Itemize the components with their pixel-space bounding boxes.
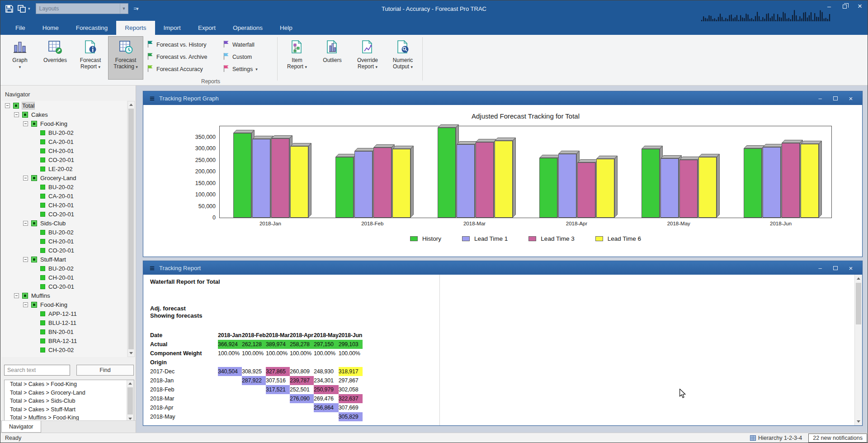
tree-item-ch-20-02[interactable]: CH-20-02: [1, 345, 127, 354]
notifications-badge[interactable]: 22 new notifications: [808, 433, 867, 443]
tab-export[interactable]: Export: [189, 21, 224, 35]
tree-item-food-king[interactable]: Food-King: [1, 300, 127, 309]
overrides-icon: [47, 39, 63, 55]
tree-item-co-20-01[interactable]: CO-20-01: [1, 210, 127, 219]
scrollbar-thumb[interactable]: [856, 283, 861, 324]
ribbon-item-custom[interactable]: Custom: [223, 51, 274, 63]
ribbon-button-graph[interactable]: Graph▾: [2, 36, 38, 80]
hierarchy-path-item[interactable]: Total > Cakes > Sids-Club: [5, 397, 134, 405]
find-button[interactable]: Find: [76, 365, 134, 376]
tree-item-grocery-land[interactable]: Grocery-Land: [1, 173, 127, 182]
tab-forecasting[interactable]: Forecasting: [67, 21, 117, 35]
ribbon-button-numeric-output[interactable]: NumericOutput ▾: [385, 36, 420, 80]
ribbon-item-settings[interactable]: Settings ▾: [223, 63, 274, 75]
tree-item-ch-20-01[interactable]: CH-20-01: [1, 200, 127, 210]
tree-collapse-icon[interactable]: [23, 221, 28, 226]
tree-item-muffins[interactable]: Muffins: [1, 291, 127, 300]
tree-item-co-20-01[interactable]: CO-20-01: [1, 155, 127, 164]
ribbon-button-forecast-tracking[interactable]: ForecastTracking ▾: [108, 36, 143, 80]
ribbon-button-override-report[interactable]: OverrideReport ▾: [350, 36, 385, 80]
scrollbar-thumb[interactable]: [127, 387, 133, 414]
tree-collapse-icon[interactable]: [23, 176, 28, 181]
tab-operations[interactable]: Operations: [224, 21, 271, 35]
hierarchy-path-item[interactable]: Total > Cakes > Grocery-Land: [5, 389, 134, 397]
tab-home[interactable]: Home: [34, 21, 67, 35]
search-input[interactable]: [4, 365, 70, 376]
tree-collapse-icon[interactable]: [23, 302, 28, 307]
window-titlebar[interactable]: ≡ Tracking Report Graph – ×: [143, 91, 862, 105]
ribbon-item-waterfall[interactable]: Waterfall: [223, 38, 274, 51]
scrollbar-thumb[interactable]: [128, 109, 134, 349]
tree-item-sids-club[interactable]: Sids-Club: [1, 219, 127, 228]
minimize-button[interactable]: –: [817, 95, 823, 102]
close-button[interactable]: ×: [848, 95, 854, 102]
close-button[interactable]: ×: [856, 2, 864, 10]
tree-item-co-20-01[interactable]: CO-20-01: [1, 246, 127, 255]
tree-item-ca-20-01[interactable]: CA-20-01: [1, 137, 127, 146]
tree-collapse-icon[interactable]: [14, 293, 19, 298]
scroll-up-icon[interactable]: [127, 380, 133, 387]
tree-item-ch-20-01[interactable]: CH-20-01: [1, 237, 127, 246]
tab-file[interactable]: File: [7, 21, 34, 35]
ribbon-button-overrides[interactable]: Overrides: [38, 36, 73, 80]
x-axis-tick-label: 2018-Jun: [730, 221, 832, 226]
tree-collapse-icon[interactable]: [23, 257, 28, 262]
tree-item-ch-20-01[interactable]: CH-20-01: [1, 273, 127, 282]
titlebar[interactable]: ▾ Layouts ▼ =▾ Tutorial - Accuracy - For…: [0, 0, 868, 17]
layouts-icon[interactable]: [17, 4, 27, 14]
tree-collapse-icon[interactable]: [5, 103, 10, 108]
customize-quick-access-icon[interactable]: =▾: [134, 6, 138, 12]
tree-item-bu-20-02[interactable]: BU-20-02: [1, 182, 127, 191]
ribbon-item-forecast-accuracy[interactable]: Forecast Accuracy: [147, 63, 223, 75]
tree-scrollbar[interactable]: [127, 101, 135, 357]
tree-item-bu-20-02[interactable]: BU-20-02: [1, 128, 127, 137]
tab-help[interactable]: Help: [271, 21, 301, 35]
path-list-scrollbar[interactable]: [127, 380, 134, 422]
layouts-caret-icon[interactable]: ▾: [28, 6, 30, 11]
status-hierarchy[interactable]: Hierarchy 1-2-3-4: [750, 435, 802, 441]
tree-item-bu-20-02[interactable]: BU-20-02: [1, 228, 127, 237]
tree-item-cakes[interactable]: Cakes: [1, 110, 127, 119]
ribbon-button-outliers[interactable]: Outliers: [315, 36, 350, 80]
maximize-button[interactable]: [832, 95, 839, 102]
tree-item-le-20-02[interactable]: LE-20-02: [1, 164, 127, 173]
tree-collapse-icon[interactable]: [14, 112, 19, 117]
tree-item-stuff-mart[interactable]: Stuff-Mart: [1, 255, 127, 264]
tree-item-bn-20-01[interactable]: BN-20-01: [1, 327, 127, 336]
tree-item-ca-20-01[interactable]: CA-20-01: [1, 191, 127, 200]
report-scrollbar[interactable]: [854, 275, 862, 425]
save-icon[interactable]: [4, 4, 14, 14]
scroll-up-icon[interactable]: [128, 101, 134, 108]
close-button[interactable]: ×: [848, 264, 854, 272]
restore-button[interactable]: [840, 2, 849, 10]
hierarchy-path-item[interactable]: Total > Cakes > Stuff-Mart: [5, 405, 134, 414]
scroll-down-icon[interactable]: [128, 350, 134, 357]
tree-collapse-icon[interactable]: [23, 121, 28, 126]
tree-item-total[interactable]: Total: [1, 101, 127, 110]
tree-item-ch-20-01[interactable]: CH-20-01: [1, 146, 127, 155]
window-titlebar[interactable]: ≡ Tracking Report – ×: [143, 261, 862, 275]
ribbon-item-forecast-vs-archive[interactable]: Forecast vs. Archive: [147, 51, 223, 63]
scroll-down-icon[interactable]: [855, 418, 862, 425]
tab-navigator[interactable]: Navigator: [1, 421, 41, 433]
window-menu-icon[interactable]: ≡: [150, 94, 155, 103]
tab-import[interactable]: Import: [155, 21, 189, 35]
ribbon-button-forecast-report[interactable]: ForecastReport ▾: [73, 36, 108, 80]
ribbon-item-forecast-vs-history[interactable]: Forecast vs. History: [147, 38, 223, 51]
minimize-button[interactable]: –: [817, 264, 823, 272]
layouts-combobox[interactable]: Layouts ▼: [36, 3, 128, 14]
tree-item-app-12-11[interactable]: APP-12-11: [1, 309, 127, 318]
tree-item-bra-12-11[interactable]: BRA-12-11: [1, 336, 127, 345]
scroll-up-icon[interactable]: [855, 275, 862, 282]
tree-item-bu-20-02[interactable]: BU-20-02: [1, 264, 127, 273]
tree-item-food-king[interactable]: Food-King: [1, 119, 127, 128]
tree-item-blu-12-11[interactable]: BLU-12-11: [1, 318, 127, 327]
minimize-button[interactable]: –: [825, 2, 833, 10]
layouts-dropdown-icon[interactable]: ▼: [120, 4, 128, 14]
tree-item-co-20-01[interactable]: CO-20-01: [1, 282, 127, 291]
ribbon-button-item-report[interactable]: ItemReport ▾: [279, 36, 315, 80]
window-menu-icon[interactable]: ≡: [150, 264, 155, 272]
hierarchy-path-item[interactable]: Total > Cakes > Food-King: [5, 380, 134, 389]
maximize-button[interactable]: [832, 264, 839, 272]
tab-reports[interactable]: Reports: [116, 21, 155, 35]
